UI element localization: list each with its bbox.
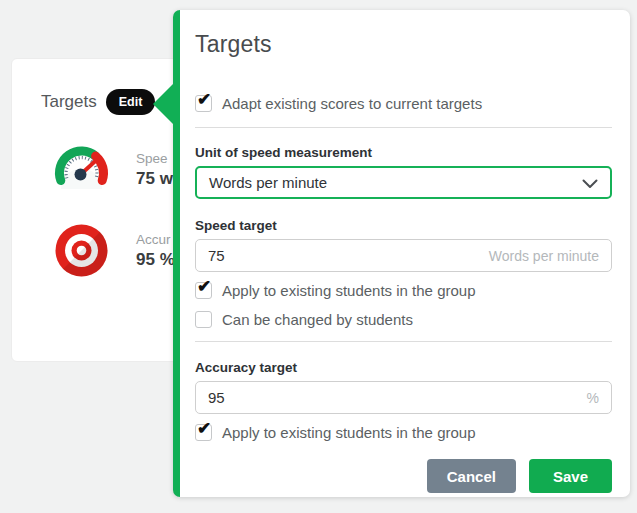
save-button[interactable]: Save xyxy=(529,459,612,493)
unit-of-speed-value: Words per minute xyxy=(209,174,327,191)
speed-target-label: Speed target xyxy=(195,218,612,233)
speed-summary-text: Spee 75 w xyxy=(136,151,173,189)
accuracy-summary-value: 95 % xyxy=(136,250,175,270)
speed-target-field: Words per minute xyxy=(195,239,612,272)
divider xyxy=(195,341,612,342)
speed-changeable-label: Can be changed by students xyxy=(222,311,413,328)
speed-apply-checkbox-row[interactable]: Apply to existing students in the group xyxy=(195,282,612,299)
divider xyxy=(195,127,612,128)
chevron-down-icon xyxy=(582,179,598,189)
accuracy-summary-label: Accur xyxy=(136,232,175,247)
accuracy-summary-row: Accur 95 % xyxy=(53,222,175,279)
speed-apply-checkbox[interactable] xyxy=(195,282,212,299)
adapt-scores-label: Adapt existing scores to current targets xyxy=(222,95,482,112)
page: Targets Edit Spee 75 w xyxy=(0,0,637,513)
accuracy-target-input[interactable] xyxy=(208,389,587,406)
speed-target-input[interactable] xyxy=(208,247,489,264)
speed-changeable-checkbox[interactable] xyxy=(195,311,212,328)
adapt-scores-checkbox[interactable] xyxy=(195,95,212,112)
targets-edit-modal: Targets Adapt existing scores to current… xyxy=(173,10,630,497)
speedometer-icon xyxy=(53,141,110,198)
unit-of-speed-label: Unit of speed measurement xyxy=(195,145,612,160)
edit-button[interactable]: Edit xyxy=(106,89,156,115)
speed-changeable-checkbox-row[interactable]: Can be changed by students xyxy=(195,311,612,328)
speed-summary-label: Spee xyxy=(136,151,173,166)
accuracy-target-field: % xyxy=(195,381,612,414)
modal-title: Targets xyxy=(195,10,612,58)
modal-pointer-arrow xyxy=(153,84,173,124)
accuracy-apply-label: Apply to existing students in the group xyxy=(222,424,476,441)
accuracy-target-unit-suffix: % xyxy=(587,390,599,406)
accuracy-apply-checkbox-row[interactable]: Apply to existing students in the group xyxy=(195,424,612,441)
modal-actions: Cancel Save xyxy=(195,459,612,493)
speed-apply-label: Apply to existing students in the group xyxy=(222,282,476,299)
accuracy-target-label: Accuracy target xyxy=(195,360,612,375)
cancel-button[interactable]: Cancel xyxy=(427,459,516,493)
speed-summary-value: 75 w xyxy=(136,169,173,189)
accuracy-apply-checkbox[interactable] xyxy=(195,424,212,441)
speed-target-unit-suffix: Words per minute xyxy=(489,248,599,264)
bullseye-icon xyxy=(53,222,110,279)
summary-title: Targets xyxy=(41,92,97,112)
unit-of-speed-select[interactable]: Words per minute xyxy=(195,166,612,199)
adapt-scores-checkbox-row[interactable]: Adapt existing scores to current targets xyxy=(195,95,612,112)
accuracy-summary-text: Accur 95 % xyxy=(136,232,175,270)
summary-header: Targets Edit xyxy=(41,89,155,115)
speed-summary-row: Spee 75 w xyxy=(53,141,173,198)
